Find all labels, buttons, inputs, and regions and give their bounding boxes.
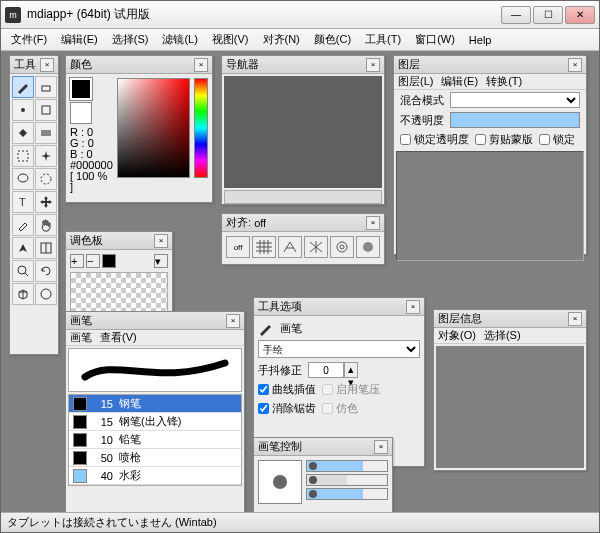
navigator-panel: 导航器×	[221, 55, 385, 205]
svg-text:T: T	[19, 196, 26, 208]
foreground-color-swatch[interactable]	[70, 78, 92, 100]
brush-menu-brush[interactable]: 画笔	[70, 330, 92, 345]
brush-control-close-icon[interactable]: ×	[374, 440, 388, 454]
window-title: mdiapp+ (64bit) 试用版	[27, 6, 501, 23]
navigator-zoom-slider[interactable]	[224, 190, 382, 204]
svg-point-14	[337, 242, 347, 252]
brush-item[interactable]: 10铅笔	[69, 431, 241, 449]
align-radial-button[interactable]	[304, 236, 328, 258]
tool-eyedropper[interactable]	[12, 214, 34, 236]
color-panel-close-icon[interactable]: ×	[194, 58, 208, 72]
hue-slider[interactable]	[194, 78, 208, 178]
tool-panel[interactable]	[35, 237, 57, 259]
close-button[interactable]: ✕	[565, 6, 595, 24]
curve-interp-checkbox[interactable]	[258, 384, 269, 395]
tool-dot[interactable]	[12, 99, 34, 121]
tool-fill[interactable]	[12, 122, 34, 144]
tool-wand[interactable]	[35, 145, 57, 167]
tool-misc[interactable]	[35, 283, 57, 305]
maximize-button[interactable]: ☐	[533, 6, 563, 24]
menu-tool[interactable]: 工具(T)	[359, 30, 407, 49]
palette-swatch[interactable]	[102, 254, 116, 268]
opacity-slider[interactable]	[450, 112, 580, 128]
align-concentric-button[interactable]	[330, 236, 354, 258]
menu-filter[interactable]: 滤镜(L)	[156, 30, 203, 49]
tool-lasso[interactable]	[12, 168, 34, 190]
brush-density-slider[interactable]	[306, 488, 388, 500]
menu-color[interactable]: 颜色(C)	[308, 30, 357, 49]
layer-list[interactable]	[396, 151, 584, 261]
lock-alpha-checkbox[interactable]	[400, 134, 411, 145]
pen-pressure-checkbox	[322, 384, 333, 395]
jitter-stepper[interactable]: ▴▾	[344, 362, 358, 378]
menu-help[interactable]: Help	[463, 32, 498, 48]
tool-hand[interactable]	[35, 214, 57, 236]
align-title: 对齐:	[226, 215, 251, 230]
svg-point-13	[340, 245, 344, 249]
brush-item[interactable]: 15钢笔	[69, 395, 241, 413]
tool-select-rect[interactable]	[12, 145, 34, 167]
tool-pen[interactable]	[12, 237, 34, 259]
background-color-swatch[interactable]	[70, 102, 92, 124]
svg-point-5	[18, 174, 28, 182]
brush-item[interactable]: 15钢笔(出入锋)	[69, 413, 241, 431]
minimize-button[interactable]: —	[501, 6, 531, 24]
align-grid-button[interactable]	[252, 236, 276, 258]
brush-panel-close-icon[interactable]: ×	[226, 314, 240, 328]
navigator-view[interactable]	[224, 76, 382, 188]
toolbox-title: 工具	[14, 57, 36, 72]
brush-item[interactable]: 50喷枪	[69, 449, 241, 467]
align-off-button[interactable]: off	[226, 236, 250, 258]
tool-gradient[interactable]	[35, 122, 57, 144]
menu-edit[interactable]: 编辑(E)	[55, 30, 104, 49]
menu-file[interactable]: 文件(F)	[5, 30, 53, 49]
antialias-checkbox[interactable]	[258, 403, 269, 414]
brush-control-panel: 画笔控制× 直径: 15.0 [px]	[253, 437, 393, 512]
brush-item[interactable]: 40水彩	[69, 467, 241, 485]
menu-view[interactable]: 视图(V)	[206, 30, 255, 49]
align-close-icon[interactable]: ×	[366, 216, 380, 230]
blend-mode-select[interactable]	[450, 92, 580, 108]
diameter-value: 15.0	[288, 511, 309, 512]
svg-point-16	[273, 475, 287, 489]
tool-shape[interactable]	[35, 99, 57, 121]
palette-close-icon[interactable]: ×	[154, 234, 168, 248]
color-readout: R : 0 G : 0 B : 0 #000000 [ 100 % ]	[70, 127, 113, 193]
menu-select[interactable]: 选择(S)	[106, 30, 155, 49]
draw-mode-select[interactable]: 手绘	[258, 340, 420, 358]
tool-3d[interactable]	[12, 283, 34, 305]
tool-zoom[interactable]	[12, 260, 34, 282]
navigator-close-icon[interactable]: ×	[366, 58, 380, 72]
layer-info-menu-object[interactable]: 对象(O)	[438, 328, 476, 343]
tool-brush[interactable]	[12, 76, 34, 98]
svg-point-1	[21, 108, 25, 112]
jitter-input[interactable]	[308, 362, 344, 378]
menu-window[interactable]: 窗口(W)	[409, 30, 461, 49]
brush-size-slider[interactable]	[306, 460, 388, 472]
layer-info-menu-select[interactable]: 选择(S)	[484, 328, 521, 343]
layer-info-close-icon[interactable]: ×	[568, 312, 582, 326]
align-circle-button[interactable]	[356, 236, 380, 258]
status-text: タブレットは接続されていません (Wintab)	[7, 515, 217, 530]
layers-close-icon[interactable]: ×	[568, 58, 582, 72]
brush-menu-view[interactable]: 查看(V)	[100, 330, 137, 345]
layers-menu-convert[interactable]: 转换(T)	[486, 74, 522, 89]
clip-mask-checkbox[interactable]	[475, 134, 486, 145]
palette-menu-icon[interactable]: ▾	[154, 254, 168, 268]
tool-move[interactable]	[35, 191, 57, 213]
tool-options-close-icon[interactable]: ×	[406, 300, 420, 314]
menu-align[interactable]: 对齐(N)	[257, 30, 306, 49]
color-field[interactable]	[117, 78, 190, 178]
lock-checkbox[interactable]	[539, 134, 550, 145]
tool-eraser[interactable]	[35, 76, 57, 98]
align-perspective-button[interactable]	[278, 236, 302, 258]
toolbox-close-icon[interactable]: ×	[40, 58, 54, 72]
palette-add-button[interactable]: +	[70, 254, 84, 268]
brush-opacity-slider[interactable]	[306, 474, 388, 486]
tool-text[interactable]: T	[12, 191, 34, 213]
tool-marquee[interactable]	[35, 168, 57, 190]
tool-rotate[interactable]	[35, 260, 57, 282]
layers-menu-edit[interactable]: 编辑(E)	[441, 74, 478, 89]
layers-menu-layer[interactable]: 图层(L)	[398, 74, 433, 89]
palette-remove-button[interactable]: −	[86, 254, 100, 268]
